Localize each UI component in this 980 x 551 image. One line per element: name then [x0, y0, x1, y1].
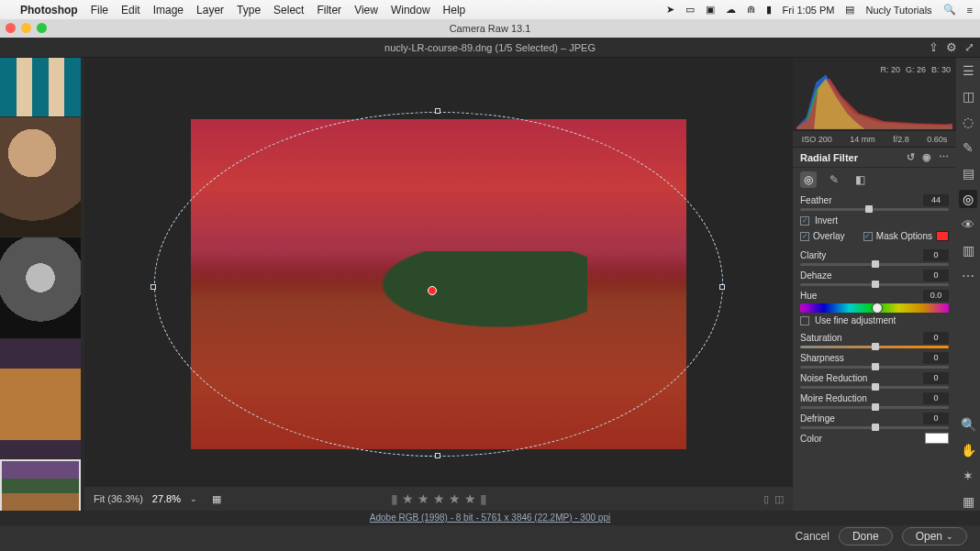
minimize-window-button[interactable] [21, 23, 31, 33]
saturation-slider[interactable] [800, 346, 949, 348]
dehaze-value[interactable]: 0 [923, 270, 949, 281]
ellipse-handle-bottom[interactable] [435, 453, 440, 458]
mask-options-checkbox[interactable] [863, 232, 873, 241]
star-3[interactable]: ★ [433, 491, 445, 506]
flag-icon-bottom[interactable]: ▮ [391, 491, 398, 506]
star-4[interactable]: ★ [449, 491, 461, 506]
cc-icon[interactable]: ☁ [726, 4, 736, 16]
open-button[interactable]: Open ⌄ [902, 527, 967, 545]
spotlight-icon[interactable]: 🔍 [943, 4, 956, 16]
flag-icon[interactable]: ▤ [845, 4, 854, 16]
invert-checkbox[interactable] [800, 216, 809, 226]
fine-adjust-checkbox[interactable] [800, 316, 809, 325]
zoom-tool-icon[interactable]: 🔍 [959, 415, 977, 434]
saturation-value[interactable]: 0 [923, 332, 949, 344]
compare-view-icon[interactable]: ◫ [774, 493, 784, 505]
undo-icon[interactable]: ↺ [907, 151, 915, 163]
close-window-button[interactable] [6, 23, 16, 33]
moire-slider[interactable] [800, 406, 949, 409]
thumb-1[interactable] [0, 58, 81, 116]
star-5[interactable]: ★ [464, 491, 476, 506]
traffic-lights[interactable] [6, 23, 47, 33]
menubar-account[interactable]: Nucly Tutorials [865, 5, 931, 16]
app-name[interactable]: Photoshop [20, 4, 78, 17]
menu-type[interactable]: Type [237, 4, 261, 17]
star-2[interactable]: ★ [418, 491, 429, 506]
feather-value[interactable]: 44 [923, 194, 949, 206]
defringe-slider[interactable] [800, 426, 949, 429]
more-options-icon[interactable]: ⋯ [939, 151, 949, 163]
heal-tool-icon[interactable]: ◌ [959, 113, 977, 131]
zoom-dropdown-icon[interactable]: ⌄ [190, 494, 197, 503]
thumb-4[interactable] [0, 339, 81, 458]
filmstrip[interactable] [0, 58, 84, 511]
ellipse-handle-left[interactable] [150, 284, 156, 290]
mode-brush[interactable]: ✎ [826, 171, 842, 188]
menu-select[interactable]: Select [273, 4, 304, 17]
radial-filter-tool-icon[interactable]: ◎ [959, 190, 977, 208]
zoom-percent[interactable]: 27.8% [152, 493, 181, 504]
hand-tool-icon[interactable]: ✋ [959, 441, 977, 459]
menu-file[interactable]: File [91, 4, 108, 17]
battery-icon[interactable]: ▮ [766, 4, 772, 16]
fullscreen-icon[interactable]: ⤢ [964, 38, 974, 58]
edit-tool-icon[interactable]: ☰ [959, 61, 977, 80]
mode-erase[interactable]: ◧ [852, 171, 868, 188]
canvas-viewport[interactable]: Fit (36.3%) 27.8% ⌄ ▦ ▮ ★ ★ ★ ★ ★ ▮ ▯ ◫ [84, 58, 793, 511]
defringe-value[interactable]: 0 [923, 413, 949, 424]
more-tool-icon[interactable]: ⋯ [959, 267, 977, 285]
hue-value[interactable]: 0.0 [923, 290, 949, 302]
menubar-clock[interactable]: Fri 1:05 PM [783, 5, 835, 16]
noise-value[interactable]: 0 [923, 372, 949, 384]
menu-filter[interactable]: Filter [317, 4, 341, 17]
radial-filter-pin[interactable] [428, 286, 437, 295]
preview-image[interactable] [191, 119, 686, 449]
zoom-fit-button[interactable]: Fit (36.3%) [94, 493, 143, 505]
linear-grad-tool-icon[interactable]: ▤ [959, 164, 977, 182]
thumb-3[interactable] [0, 237, 81, 338]
noise-slider[interactable] [800, 386, 949, 389]
mask-color-swatch[interactable] [936, 231, 949, 241]
sharpness-value[interactable]: 0 [923, 352, 949, 364]
single-view-icon[interactable]: ▯ [763, 493, 769, 505]
histogram[interactable]: R: 20 G: 26 B: 30 [793, 58, 956, 131]
settings-gear-icon[interactable]: ⚙ [946, 38, 957, 58]
thumb-2[interactable] [0, 117, 81, 237]
thumb-5-active[interactable] [0, 459, 81, 511]
brush-tool-icon[interactable]: ✎ [959, 138, 977, 157]
sharpness-slider[interactable] [800, 366, 949, 369]
feather-slider[interactable] [800, 208, 949, 211]
wifi-icon[interactable]: ⋒ [747, 4, 755, 16]
clarity-slider[interactable] [800, 263, 949, 266]
menu-extras-icon[interactable]: ≡ [967, 5, 973, 16]
crop-tool-icon[interactable]: ◫ [959, 87, 977, 105]
screen-record-icon[interactable]: ▣ [706, 4, 715, 16]
display-icon[interactable]: ▭ [685, 4, 695, 16]
menu-edit[interactable]: Edit [121, 4, 140, 17]
star-1[interactable]: ★ [402, 491, 414, 506]
grid-tool-icon[interactable]: ▦ [959, 492, 977, 511]
color-picker-swatch[interactable] [925, 433, 949, 444]
color-label-icon[interactable]: ▮ [480, 491, 487, 506]
ellipse-handle-top[interactable] [435, 108, 440, 114]
eye-tool-icon[interactable]: 👁 [959, 215, 977, 234]
mode-new-radial[interactable]: ◎ [800, 171, 817, 188]
dehaze-slider[interactable] [800, 283, 949, 286]
radial-filter-ellipse[interactable] [154, 112, 723, 457]
grid-toggle-icon[interactable]: ▦ [212, 493, 221, 505]
rating-stars[interactable]: ▮ ★ ★ ★ ★ ★ ▮ [391, 491, 487, 506]
file-metadata-link[interactable]: Adobe RGB (1998) - 8 bit - 5761 x 3846 (… [0, 511, 980, 525]
share-icon[interactable]: ⇪ [929, 38, 939, 58]
menu-help[interactable]: Help [443, 4, 466, 17]
zoom-window-button[interactable] [37, 23, 47, 33]
moire-value[interactable]: 0 [923, 392, 949, 404]
menu-image[interactable]: Image [153, 4, 184, 17]
open-dropdown-icon[interactable]: ⌄ [946, 532, 953, 541]
cancel-button[interactable]: Cancel [796, 530, 830, 543]
presets-tool-icon[interactable]: ▥ [959, 241, 977, 259]
hue-slider[interactable] [800, 303, 949, 313]
clarity-value[interactable]: 0 [923, 249, 949, 261]
location-icon[interactable]: ➤ [666, 4, 674, 16]
ellipse-handle-right[interactable] [719, 284, 725, 290]
menu-view[interactable]: View [354, 4, 378, 17]
